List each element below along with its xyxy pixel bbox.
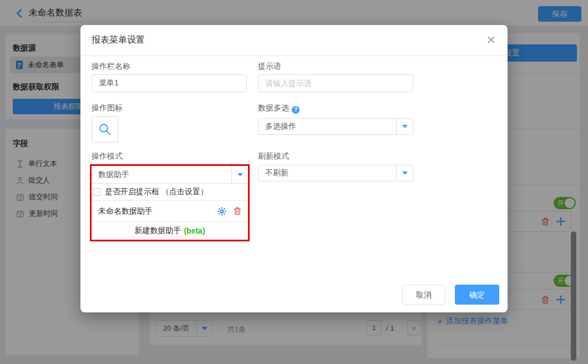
enable-tip-checkbox[interactable]: [93, 188, 100, 196]
annotation-highlight-box: 数据助手 是否开启提示框 （点击设置） 未命名数据助手: [90, 164, 250, 241]
help-icon[interactable]: ?: [292, 106, 300, 114]
report-menu-settings-dialog: 报表菜单设置 × 操作栏名称 提示语 操作图标 数据多选? 多选操作 操作模式 …: [80, 25, 508, 312]
gear-icon[interactable]: [217, 207, 226, 216]
enable-tip-row: 是否开启提示框 （点击设置）: [92, 184, 248, 201]
multi-select-dropdown[interactable]: 多选操作: [258, 118, 413, 135]
action-icon-picker[interactable]: [92, 116, 118, 143]
beta-badge: (beta): [184, 226, 205, 235]
dialog-title: 报表菜单设置: [92, 34, 145, 46]
new-data-assistant-button[interactable]: 新建数据助手 (beta): [92, 222, 248, 240]
refresh-mode-label: 刷新模式: [258, 151, 289, 161]
multi-select-label: 数据多选?: [258, 103, 300, 114]
action-icon-label: 操作图标: [92, 103, 123, 113]
search-icon: [98, 123, 111, 136]
refresh-mode-dropdown[interactable]: 不刷新: [258, 165, 413, 181]
action-mode-dropdown[interactable]: 数据助手: [92, 166, 248, 184]
trash-icon[interactable]: [234, 207, 241, 215]
data-assistant-row: 未命名数据助手: [92, 201, 248, 222]
close-icon[interactable]: ×: [486, 31, 495, 49]
data-assistant-name: 未命名数据助手: [98, 206, 217, 216]
action-mode-label: 操作模式: [92, 151, 123, 161]
cancel-button[interactable]: 取消: [402, 285, 445, 305]
tip-label: 提示语: [258, 62, 281, 72]
confirm-button[interactable]: 确定: [455, 285, 499, 305]
divider: [80, 55, 508, 56]
chevron-down-icon: [396, 119, 413, 134]
action-bar-name-input[interactable]: [92, 74, 247, 92]
enable-tip-label[interactable]: 是否开启提示框 （点击设置）: [105, 187, 208, 197]
chevron-down-icon: [231, 166, 248, 183]
chevron-down-icon: [396, 165, 413, 181]
action-bar-name-label: 操作栏名称: [92, 62, 130, 72]
tip-input[interactable]: [258, 74, 413, 92]
